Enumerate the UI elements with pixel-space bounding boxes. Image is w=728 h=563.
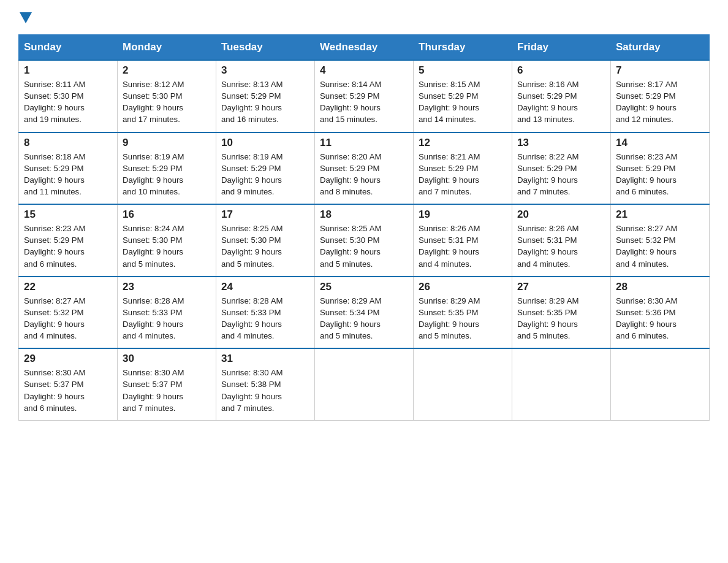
day-number: 29: [24, 353, 112, 365]
day-info: Sunrise: 8:28 AMSunset: 5:33 PMDaylight:…: [221, 295, 309, 342]
day-info: Sunrise: 8:19 AMSunset: 5:29 PMDaylight:…: [221, 151, 309, 198]
page-header: [18, 12, 710, 23]
calendar-cell: 25Sunrise: 8:29 AMSunset: 5:34 PMDayligh…: [315, 277, 414, 349]
calendar-cell: 10Sunrise: 8:19 AMSunset: 5:29 PMDayligh…: [216, 132, 315, 205]
calendar-cell: 28Sunrise: 8:30 AMSunset: 5:36 PMDayligh…: [611, 277, 710, 349]
calendar-cell: 16Sunrise: 8:24 AMSunset: 5:30 PMDayligh…: [118, 204, 216, 277]
day-number: 11: [320, 137, 408, 149]
calendar-cell: 23Sunrise: 8:28 AMSunset: 5:33 PMDayligh…: [118, 277, 216, 349]
day-number: 9: [123, 137, 211, 149]
week-row-4: 22Sunrise: 8:27 AMSunset: 5:32 PMDayligh…: [19, 277, 710, 349]
day-number: 30: [123, 353, 211, 365]
day-info: Sunrise: 8:30 AMSunset: 5:37 PMDaylight:…: [24, 367, 112, 414]
day-info: Sunrise: 8:25 AMSunset: 5:30 PMDaylight:…: [221, 223, 309, 270]
day-info: Sunrise: 8:25 AMSunset: 5:30 PMDaylight:…: [320, 223, 408, 270]
calendar-cell: 19Sunrise: 8:26 AMSunset: 5:31 PMDayligh…: [414, 204, 512, 277]
week-row-2: 8Sunrise: 8:18 AMSunset: 5:29 PMDaylight…: [19, 132, 710, 205]
day-number: 8: [24, 137, 112, 149]
calendar-cell: [611, 348, 710, 420]
header-day-thursday: Thursday: [414, 35, 512, 61]
logo: [18, 12, 33, 23]
header-day-friday: Friday: [512, 35, 611, 61]
day-info: Sunrise: 8:13 AMSunset: 5:29 PMDaylight:…: [221, 79, 309, 126]
day-number: 13: [517, 137, 605, 149]
day-info: Sunrise: 8:12 AMSunset: 5:30 PMDaylight:…: [123, 79, 211, 126]
calendar-cell: 3Sunrise: 8:13 AMSunset: 5:29 PMDaylight…: [216, 60, 315, 132]
day-number: 21: [616, 209, 704, 221]
day-info: Sunrise: 8:20 AMSunset: 5:29 PMDaylight:…: [320, 151, 408, 198]
header-day-sunday: Sunday: [19, 35, 118, 61]
calendar-cell: 24Sunrise: 8:28 AMSunset: 5:33 PMDayligh…: [216, 277, 315, 349]
calendar-cell: 5Sunrise: 8:15 AMSunset: 5:29 PMDaylight…: [414, 60, 512, 132]
day-info: Sunrise: 8:15 AMSunset: 5:29 PMDaylight:…: [419, 79, 507, 126]
calendar-cell: 11Sunrise: 8:20 AMSunset: 5:29 PMDayligh…: [315, 132, 414, 205]
day-info: Sunrise: 8:18 AMSunset: 5:29 PMDaylight:…: [24, 151, 112, 198]
calendar-cell: 7Sunrise: 8:17 AMSunset: 5:29 PMDaylight…: [611, 60, 710, 132]
calendar-cell: 1Sunrise: 8:11 AMSunset: 5:30 PMDaylight…: [19, 60, 118, 132]
day-number: 2: [123, 64, 211, 77]
calendar-cell: 9Sunrise: 8:19 AMSunset: 5:29 PMDaylight…: [118, 132, 216, 205]
day-info: Sunrise: 8:27 AMSunset: 5:32 PMDaylight:…: [616, 223, 704, 270]
calendar-cell: [512, 348, 611, 420]
day-number: 17: [221, 209, 309, 221]
calendar-cell: 29Sunrise: 8:30 AMSunset: 5:37 PMDayligh…: [19, 348, 118, 420]
day-number: 5: [419, 64, 507, 77]
day-number: 20: [517, 209, 605, 221]
day-info: Sunrise: 8:26 AMSunset: 5:31 PMDaylight:…: [419, 223, 507, 270]
header-day-wednesday: Wednesday: [315, 35, 414, 61]
day-info: Sunrise: 8:11 AMSunset: 5:30 PMDaylight:…: [24, 79, 112, 126]
day-number: 23: [123, 281, 211, 293]
calendar-table: SundayMondayTuesdayWednesdayThursdayFrid…: [18, 34, 710, 421]
calendar-cell: 17Sunrise: 8:25 AMSunset: 5:30 PMDayligh…: [216, 204, 315, 277]
calendar-cell: 30Sunrise: 8:30 AMSunset: 5:37 PMDayligh…: [118, 348, 216, 420]
day-info: Sunrise: 8:23 AMSunset: 5:29 PMDaylight:…: [616, 151, 704, 198]
calendar-cell: 20Sunrise: 8:26 AMSunset: 5:31 PMDayligh…: [512, 204, 611, 277]
day-info: Sunrise: 8:27 AMSunset: 5:32 PMDaylight:…: [24, 295, 112, 342]
day-number: 4: [320, 64, 408, 77]
day-info: Sunrise: 8:24 AMSunset: 5:30 PMDaylight:…: [123, 223, 211, 270]
header-day-tuesday: Tuesday: [216, 35, 315, 61]
day-info: Sunrise: 8:28 AMSunset: 5:33 PMDaylight:…: [123, 295, 211, 342]
day-number: 28: [616, 281, 704, 293]
day-number: 19: [419, 209, 507, 221]
calendar-cell: 14Sunrise: 8:23 AMSunset: 5:29 PMDayligh…: [611, 132, 710, 205]
day-info: Sunrise: 8:30 AMSunset: 5:37 PMDaylight:…: [123, 367, 211, 414]
header-row: SundayMondayTuesdayWednesdayThursdayFrid…: [19, 35, 710, 61]
day-info: Sunrise: 8:21 AMSunset: 5:29 PMDaylight:…: [419, 151, 507, 198]
logo-triangle-icon: [20, 12, 32, 23]
day-info: Sunrise: 8:30 AMSunset: 5:38 PMDaylight:…: [221, 367, 309, 414]
day-number: 15: [24, 209, 112, 221]
calendar-cell: [414, 348, 512, 420]
day-number: 6: [517, 64, 605, 77]
calendar-cell: 31Sunrise: 8:30 AMSunset: 5:38 PMDayligh…: [216, 348, 315, 420]
calendar-cell: [315, 348, 414, 420]
day-number: 14: [616, 137, 704, 149]
day-info: Sunrise: 8:19 AMSunset: 5:29 PMDaylight:…: [123, 151, 211, 198]
calendar-cell: 27Sunrise: 8:29 AMSunset: 5:35 PMDayligh…: [512, 277, 611, 349]
day-number: 31: [221, 353, 309, 365]
day-info: Sunrise: 8:29 AMSunset: 5:35 PMDaylight:…: [517, 295, 605, 342]
calendar-cell: 22Sunrise: 8:27 AMSunset: 5:32 PMDayligh…: [19, 277, 118, 349]
header-day-monday: Monday: [118, 35, 216, 61]
calendar-cell: 2Sunrise: 8:12 AMSunset: 5:30 PMDaylight…: [118, 60, 216, 132]
day-info: Sunrise: 8:29 AMSunset: 5:35 PMDaylight:…: [419, 295, 507, 342]
calendar-cell: 18Sunrise: 8:25 AMSunset: 5:30 PMDayligh…: [315, 204, 414, 277]
day-info: Sunrise: 8:22 AMSunset: 5:29 PMDaylight:…: [517, 151, 605, 198]
day-number: 22: [24, 281, 112, 293]
calendar-cell: 6Sunrise: 8:16 AMSunset: 5:29 PMDaylight…: [512, 60, 611, 132]
day-number: 1: [24, 64, 112, 77]
day-number: 10: [221, 137, 309, 149]
day-info: Sunrise: 8:29 AMSunset: 5:34 PMDaylight:…: [320, 295, 408, 342]
day-number: 26: [419, 281, 507, 293]
calendar-cell: 4Sunrise: 8:14 AMSunset: 5:29 PMDaylight…: [315, 60, 414, 132]
week-row-3: 15Sunrise: 8:23 AMSunset: 5:29 PMDayligh…: [19, 204, 710, 277]
day-info: Sunrise: 8:23 AMSunset: 5:29 PMDaylight:…: [24, 223, 112, 270]
calendar-cell: 15Sunrise: 8:23 AMSunset: 5:29 PMDayligh…: [19, 204, 118, 277]
header-day-saturday: Saturday: [611, 35, 710, 61]
day-number: 12: [419, 137, 507, 149]
day-info: Sunrise: 8:16 AMSunset: 5:29 PMDaylight:…: [517, 79, 605, 126]
day-info: Sunrise: 8:14 AMSunset: 5:29 PMDaylight:…: [320, 79, 408, 126]
day-number: 27: [517, 281, 605, 293]
week-row-1: 1Sunrise: 8:11 AMSunset: 5:30 PMDaylight…: [19, 60, 710, 132]
calendar-cell: 13Sunrise: 8:22 AMSunset: 5:29 PMDayligh…: [512, 132, 611, 205]
